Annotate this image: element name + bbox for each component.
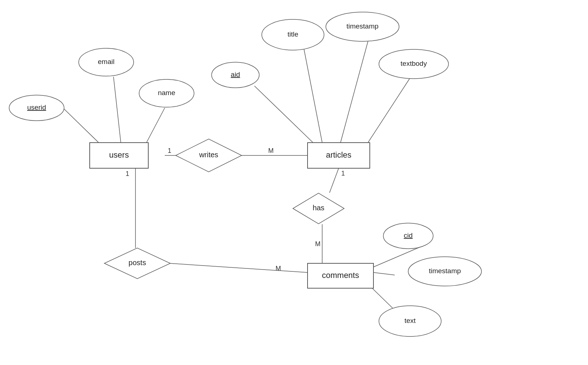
attr-name-label: name — [158, 89, 175, 97]
cardinality-posts-comments: M — [276, 265, 281, 272]
cardinality-users-writes: 1 — [168, 147, 171, 154]
line-comments-timestamp — [373, 272, 395, 275]
line-articles-textbody — [368, 78, 410, 143]
line-articles-has — [330, 168, 339, 193]
cardinality-articles-has: 1 — [341, 170, 345, 177]
attr-title-label: title — [287, 30, 298, 38]
relationship-writes-label: writes — [199, 151, 218, 159]
attr-textbody-label: textbody — [401, 60, 427, 67]
line-users-name — [146, 108, 165, 143]
line-users-email — [113, 77, 121, 143]
cardinality-has-comments: M — [315, 240, 321, 248]
attr-timestamp-comments-label: timestamp — [429, 267, 461, 275]
line-articles-title — [304, 49, 322, 143]
entity-articles-label: articles — [326, 150, 351, 159]
attr-cid-label: cid — [404, 232, 413, 239]
line-articles-timestamp — [340, 41, 368, 143]
cardinality-users-posts: 1 — [126, 170, 129, 177]
attr-aid-label: aid — [231, 71, 240, 78]
attr-timestamp-articles-label: timestamp — [346, 22, 379, 30]
attr-text-label: text — [405, 317, 416, 324]
attr-email-label: email — [98, 58, 114, 65]
cardinality-writes-articles: M — [268, 147, 274, 154]
relationship-posts-label: posts — [129, 259, 146, 267]
entity-users-label: users — [109, 150, 129, 159]
entity-comments-label: comments — [322, 271, 359, 280]
line-posts-comments — [170, 263, 308, 272]
relationship-has-label: has — [313, 204, 324, 212]
line-articles-aid — [254, 86, 313, 143]
attr-userid-label: userid — [27, 104, 46, 111]
